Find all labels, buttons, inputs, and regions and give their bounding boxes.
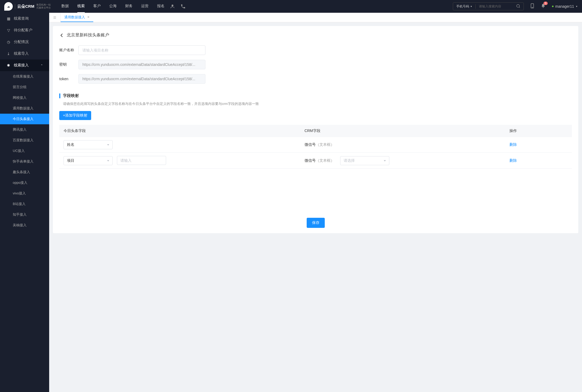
td-action: 删除 xyxy=(505,137,572,153)
search-box: 手机号码 ▼ xyxy=(453,2,524,10)
tab-general-data[interactable]: 通用数据接入 ✕ xyxy=(61,13,93,22)
plug-icon: ✺ xyxy=(6,63,11,67)
toutiao-field-input[interactable] xyxy=(117,156,166,165)
account-name-label: 账户名称 xyxy=(59,48,78,53)
sidebar-item-leads-access[interactable]: ✺ 线索接入 ⌃ xyxy=(0,59,49,71)
import-icon: ⤓ xyxy=(6,52,11,56)
nav-data[interactable]: 数据 xyxy=(61,0,69,13)
breadcrumb: 北京昱新科技头条账户 xyxy=(59,32,572,38)
sidebar-sub-zhihu[interactable]: 知乎接入 xyxy=(0,209,49,220)
status-online-icon xyxy=(552,6,554,7)
save-button[interactable]: 保存 xyxy=(307,218,325,228)
search-type-select[interactable]: 手机号码 ▼ xyxy=(453,4,476,9)
td-toutiao: 项目 xyxy=(59,153,300,169)
sidebar-sub-qutoutiao[interactable]: 趣头条接入 xyxy=(0,167,49,177)
form-row-secret: 密钥 https://crm.yunduocrm.com/externalDat… xyxy=(59,60,572,69)
sidebar-item-pending-customers[interactable]: ▽ 待分配客户 xyxy=(0,24,49,36)
th-crm-field: CRM字段 xyxy=(300,125,505,137)
content-area: 北京昱新科技头条账户 账户名称 密钥 https://crm.yunduocrm… xyxy=(49,22,582,237)
logo[interactable]: ☁ 云朵CRM 教育机构一站 式服务云平台 xyxy=(4,2,51,11)
td-toutiao: 姓名 xyxy=(59,137,300,153)
crm-field-type: （文本框） xyxy=(316,158,334,163)
sidebar-sub-general-data[interactable]: 通用数据接入 xyxy=(0,103,49,114)
delete-link[interactable]: 删除 xyxy=(509,158,517,163)
phone-icon[interactable] xyxy=(180,4,186,9)
token-label: token xyxy=(59,77,78,81)
table-row: 项目 微信号（文本框） 请选择 删除 xyxy=(59,153,572,169)
toutiao-field-select[interactable]: 姓名 xyxy=(64,140,113,149)
back-button[interactable] xyxy=(59,33,64,38)
main-nav: 数据 线索 客户 公海 财务 运营 报名 xyxy=(61,0,165,13)
close-icon[interactable]: ✕ xyxy=(87,15,90,19)
username: manager11 xyxy=(555,4,574,8)
delete-link[interactable]: 删除 xyxy=(509,142,517,147)
toutiao-field-select[interactable]: 项目 xyxy=(64,156,113,165)
sidebar-sub-kuaishou[interactable]: 快手表单接入 xyxy=(0,156,49,167)
mapping-hint: 请确保您在此填写的头条自定义字段名称与在今日头条平台中自定义的字段名称一致，并且… xyxy=(59,101,572,106)
crm-field-label: 微信号 xyxy=(305,158,316,163)
search-input[interactable] xyxy=(476,5,513,8)
header-right: 5 xyxy=(530,3,546,10)
svg-point-0 xyxy=(172,5,174,6)
sidebar-item-leads-import[interactable]: ⤓ 线索导入 xyxy=(0,48,49,59)
crm-field-type: （文本框） xyxy=(316,142,334,147)
user-add-icon[interactable] xyxy=(170,4,175,9)
sidebar-sub-message-group[interactable]: 留言分组 xyxy=(0,82,49,92)
nav-operations[interactable]: 运营 xyxy=(141,0,149,13)
sidebar-item-leads-query[interactable]: ▦ 线索查询 xyxy=(0,13,49,24)
td-crm: 微信号（文本框） xyxy=(300,137,505,153)
logo-text-wrap: 云朵CRM xyxy=(15,4,34,9)
nav-signup[interactable]: 报名 xyxy=(157,0,165,13)
chevron-up-icon: ⌃ xyxy=(41,64,43,67)
nav-leads[interactable]: 线索 xyxy=(77,0,85,13)
nav-public[interactable]: 公海 xyxy=(109,0,117,13)
account-name-input[interactable] xyxy=(78,45,205,55)
crm-field-select[interactable]: 请选择 xyxy=(340,156,389,165)
grid-icon: ▦ xyxy=(6,16,11,21)
header-icon-group xyxy=(170,4,186,9)
nav-finance[interactable]: 财务 xyxy=(125,0,133,13)
pie-icon: ◷ xyxy=(6,40,11,44)
user-menu[interactable]: manager11 ▼ xyxy=(552,4,578,8)
sidebar-sub-baidu[interactable]: 百度数据接入 xyxy=(0,135,49,146)
section-title: 字段映射 xyxy=(59,93,572,98)
svg-point-4 xyxy=(532,7,533,8)
bell-icon[interactable]: 5 xyxy=(541,3,546,10)
main-card: 北京昱新科技头条账户 账户名称 密钥 https://crm.yunduocrm… xyxy=(53,26,578,233)
td-crm: 微信号（文本框） 请选择 xyxy=(300,153,505,169)
sidebar-submenu: 在线客服接入 留言分组 网校接入 通用数据接入 今日头条接入 腾讯接入 百度数据… xyxy=(0,71,49,231)
secret-label: 密钥 xyxy=(59,62,78,67)
tabs-toggle-button[interactable] xyxy=(49,13,61,22)
save-button-wrap: 保存 xyxy=(53,218,578,228)
td-action: 删除 xyxy=(505,153,572,169)
chevron-down-icon: ▼ xyxy=(576,5,578,8)
sidebar-sub-uc[interactable]: UC接入 xyxy=(0,146,49,156)
sidebar-sub-vivo[interactable]: vivo接入 xyxy=(0,188,49,199)
tabs-bar: 通用数据接入 ✕ xyxy=(49,13,582,22)
cloud-icon: ☁ xyxy=(4,2,13,11)
sidebar-sub-school-access[interactable]: 网校接入 xyxy=(0,92,49,103)
sidebar-item-allocation[interactable]: ◷ 分配情况 xyxy=(0,36,49,48)
form-row-account-name: 账户名称 xyxy=(59,45,572,55)
mobile-icon[interactable] xyxy=(530,3,534,10)
sidebar-sub-meiyou[interactable]: 美柚接入 xyxy=(0,220,49,231)
sidebar-sub-bilibili[interactable]: B站接入 xyxy=(0,199,49,209)
page-title: 北京昱新科技头条账户 xyxy=(67,32,109,38)
logo-brand: 云朵CRM xyxy=(15,4,34,9)
sidebar-sub-online-service[interactable]: 在线客服接入 xyxy=(0,71,49,82)
section-bar-icon xyxy=(59,93,60,98)
secret-value[interactable]: https://crm.yunduocrm.com/externalData/s… xyxy=(78,60,205,69)
search-button[interactable] xyxy=(513,4,524,9)
table-row: 姓名 微信号（文本框） 删除 xyxy=(59,137,572,153)
form-row-token: token https://crm.yunduocrm.com/external… xyxy=(59,74,572,84)
sidebar-sub-tencent[interactable]: 腾讯接入 xyxy=(0,124,49,135)
chevron-down-icon: ▼ xyxy=(470,5,472,8)
add-mapping-button[interactable]: +添加字段映射 xyxy=(59,111,91,120)
token-value[interactable]: https://crm.yunduocrm.com/externalData/s… xyxy=(78,74,205,84)
main-content: 通用数据接入 ✕ 北京昱新科技头条账户 账户名称 密钥 https://crm.… xyxy=(49,13,582,392)
nav-customers[interactable]: 客户 xyxy=(93,0,101,13)
sidebar-sub-toutiao[interactable]: 今日头条接入 xyxy=(0,114,49,124)
logo-sub: 教育机构一站 式服务云平台 xyxy=(36,3,51,9)
sidebar-sub-oppo[interactable]: oppo接入 xyxy=(0,177,49,188)
svg-point-2 xyxy=(517,5,520,7)
